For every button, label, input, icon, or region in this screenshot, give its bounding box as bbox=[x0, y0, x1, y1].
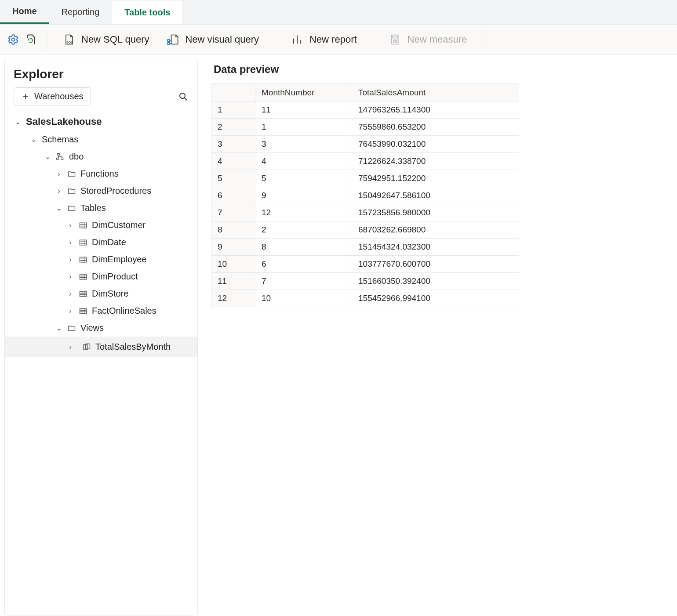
folder-icon bbox=[67, 170, 76, 178]
warehouses-button[interactable]: Warehouses bbox=[14, 87, 91, 105]
svg-rect-3 bbox=[168, 43, 170, 45]
table-row[interactable]: 8 2 68703262.669800 bbox=[211, 221, 519, 239]
views-folder-label: Views bbox=[80, 323, 104, 333]
chevron-down-icon: ⌄ bbox=[44, 152, 51, 161]
cell-totalsalesamount: 75559860.653200 bbox=[352, 119, 519, 136]
database-label: SalesLakehouse bbox=[26, 116, 102, 127]
chevron-down-icon: ⌄ bbox=[55, 204, 63, 212]
table-row[interactable]: 12 10 155452966.994100 bbox=[211, 290, 519, 307]
tab-home[interactable]: Home bbox=[0, 0, 49, 24]
tree-table-item[interactable]: › FactOnlineSales bbox=[5, 302, 197, 319]
cell-monthnumber: 12 bbox=[255, 204, 352, 221]
table-row[interactable]: 6 9 150492647.586100 bbox=[211, 187, 519, 204]
table-row[interactable]: 10 6 103777670.600700 bbox=[211, 256, 519, 273]
chevron-right-icon: › bbox=[55, 187, 63, 195]
tab-table-tools[interactable]: Table tools bbox=[112, 0, 183, 24]
cell-totalsalesamount: 151454324.032300 bbox=[352, 239, 519, 256]
svg-point-0 bbox=[12, 38, 15, 41]
stored-procedures-label: StoredProcedures bbox=[80, 186, 151, 196]
folder-icon bbox=[67, 204, 76, 213]
row-number-cell: 12 bbox=[211, 290, 255, 307]
svg-rect-15 bbox=[61, 158, 63, 159]
tree-view-item[interactable]: › TotalSalesByMonth bbox=[5, 337, 197, 357]
row-number-cell: 6 bbox=[211, 187, 255, 204]
tree-table-item[interactable]: › DimProduct bbox=[5, 268, 197, 285]
cell-totalsalesamount: 157235856.980000 bbox=[352, 204, 519, 221]
tree-database[interactable]: ⌄ SalesLakehouse bbox=[5, 112, 197, 131]
cell-monthnumber: 9 bbox=[255, 187, 352, 204]
new-visual-query-button[interactable]: New visual query bbox=[160, 30, 265, 49]
tree-table-item[interactable]: › DimCustomer bbox=[5, 217, 197, 234]
highlighted-view: TotalSalesByMonth bbox=[79, 340, 174, 354]
table-row[interactable]: 3 3 76453990.032100 bbox=[211, 136, 519, 153]
table-icon bbox=[79, 238, 87, 247]
separator-icon bbox=[47, 29, 47, 50]
sql-file-icon: SQL bbox=[63, 33, 75, 46]
row-number-cell: 7 bbox=[211, 204, 255, 221]
table-row[interactable]: 11 7 151660350.392400 bbox=[211, 273, 519, 290]
table-icon bbox=[79, 272, 87, 281]
tab-reporting[interactable]: Reporting bbox=[49, 0, 112, 24]
table-icon bbox=[79, 255, 87, 264]
tree-views[interactable]: ⌄ Views bbox=[5, 319, 197, 337]
schemas-label: Schemas bbox=[42, 134, 78, 145]
svg-point-10 bbox=[395, 41, 396, 42]
cell-totalsalesamount: 71226624.338700 bbox=[352, 153, 519, 170]
table-row[interactable]: 2 1 75559860.653200 bbox=[211, 119, 519, 136]
chevron-right-icon: › bbox=[66, 273, 74, 281]
row-number-cell: 5 bbox=[211, 170, 255, 187]
explorer-toolbar: Warehouses bbox=[5, 87, 197, 110]
tree-schemas[interactable]: ⌄ Schemas bbox=[5, 131, 197, 148]
cell-totalsalesamount: 76453990.032100 bbox=[352, 136, 519, 153]
new-sql-query-button[interactable]: SQL New SQL query bbox=[57, 30, 155, 49]
tree-table-item[interactable]: › DimStore bbox=[5, 285, 197, 302]
svg-rect-13 bbox=[57, 153, 59, 155]
view-icon bbox=[82, 343, 91, 351]
explorer-tree: ⌄ SalesLakehouse ⌄ Schemas ⌄ dbo › Funct… bbox=[5, 110, 197, 616]
search-icon[interactable] bbox=[178, 91, 189, 102]
warehouses-label: Warehouses bbox=[34, 91, 84, 101]
cell-totalsalesamount: 155452966.994100 bbox=[352, 290, 519, 307]
table-row[interactable]: 9 8 151454324.032300 bbox=[211, 239, 519, 256]
ribbon-toolbar: SQL New SQL query New visual query New r… bbox=[0, 25, 677, 54]
cell-totalsalesamount: 103777670.600700 bbox=[352, 256, 519, 273]
tables-folder-label: Tables bbox=[80, 203, 106, 213]
schema-icon bbox=[56, 152, 65, 161]
table-row[interactable]: 7 12 157235856.980000 bbox=[211, 204, 519, 221]
tree-table-item[interactable]: › DimDate bbox=[5, 234, 197, 251]
new-sql-query-label: New SQL query bbox=[81, 34, 149, 45]
table-item-label: DimStore bbox=[92, 289, 128, 299]
tree-stored-procedures[interactable]: › StoredProcedures bbox=[5, 182, 197, 199]
cell-totalsalesamount: 68703262.669800 bbox=[352, 221, 519, 239]
row-number-cell: 3 bbox=[211, 136, 255, 153]
row-number-cell: 11 bbox=[211, 273, 255, 290]
folder-icon bbox=[67, 324, 76, 333]
table-row[interactable]: 1 11 147963265.114300 bbox=[211, 101, 519, 119]
table-item-label: DimEmployee bbox=[92, 254, 146, 265]
tree-dbo[interactable]: ⌄ dbo bbox=[5, 148, 197, 165]
table-row[interactable]: 5 5 75942951.152200 bbox=[211, 170, 519, 187]
row-number-cell: 9 bbox=[211, 239, 255, 256]
cell-monthnumber: 3 bbox=[255, 136, 352, 153]
tree-functions[interactable]: › Functions bbox=[5, 165, 197, 182]
new-report-button[interactable]: New report bbox=[285, 30, 363, 49]
settings-icon[interactable] bbox=[7, 33, 19, 46]
row-number-cell: 2 bbox=[211, 119, 255, 136]
new-measure-button[interactable]: New measure bbox=[383, 30, 473, 49]
tab-table-tools-label: Table tools bbox=[124, 7, 170, 18]
table-row[interactable]: 4 4 71226624.338700 bbox=[211, 153, 519, 170]
svg-point-9 bbox=[393, 41, 394, 42]
cell-monthnumber: 7 bbox=[255, 273, 352, 290]
column-header-totalsalesamount[interactable]: TotalSalesAmount bbox=[352, 84, 519, 101]
ribbon-tabs: Home Reporting Table tools bbox=[0, 0, 677, 25]
tree-tables[interactable]: ⌄ Tables bbox=[5, 199, 197, 217]
column-header-monthnumber[interactable]: MonthNumber bbox=[255, 84, 352, 101]
separator-icon bbox=[275, 29, 275, 50]
row-number-header[interactable] bbox=[211, 84, 255, 101]
tree-table-item[interactable]: › DimEmployee bbox=[5, 251, 197, 268]
refresh-icon[interactable] bbox=[25, 33, 37, 46]
data-preview-table: MonthNumber TotalSalesAmount 1 11 147963… bbox=[211, 83, 519, 307]
svg-point-7 bbox=[395, 40, 396, 40]
cell-monthnumber: 6 bbox=[255, 256, 352, 273]
svg-rect-19 bbox=[80, 274, 87, 279]
